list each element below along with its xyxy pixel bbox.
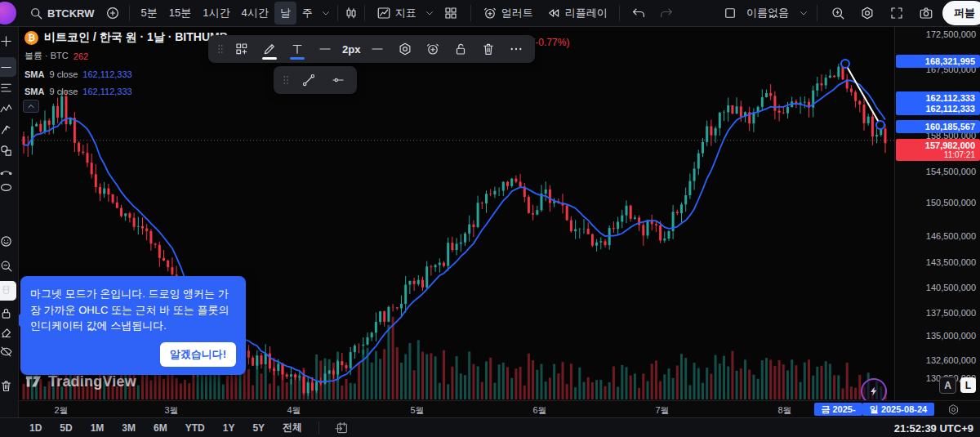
fib-icon [0,81,13,95]
range-button-YTD[interactable]: YTD [184,421,207,435]
compare-add-icon[interactable] [105,6,120,20]
add-alert-button[interactable] [421,37,445,61]
range-button-1M[interactable]: 1M [89,421,106,435]
sidebar-tool-trendline[interactable] [0,57,16,77]
price-tick: 140,500,000 [926,283,976,292]
sidebar-tool-trash[interactable] [0,376,16,395]
sma-label[interactable]: SMA [24,69,44,79]
rewind-icon [546,6,561,20]
timeframe-button-5분[interactable]: 5분 [136,2,163,25]
more-options-button[interactable] [504,37,528,61]
symbol-title[interactable]: 비트코인 / 한국 원 · 1날 · BITHUMB [44,30,228,45]
sidebar-tool-shapes[interactable] [0,140,16,160]
sidebar-tool-pattern[interactable] [0,99,16,118]
timeframe-button-4시간[interactable]: 4시간 [235,2,274,25]
timeframe-button-1시간[interactable]: 1시간 [197,2,235,25]
pattern-icon [0,102,13,116]
price-tick: 143,500,000 [926,257,976,267]
line-style-button[interactable] [365,37,390,61]
text-color-button[interactable] [285,37,310,61]
trendline-anchor-end [876,121,884,129]
replay-button[interactable]: 리플레이 [541,2,613,25]
indicators-button[interactable]: 지표 [371,2,422,25]
forecast-icon [0,123,13,136]
fullscreen-icon[interactable] [889,6,904,20]
unlock-icon [453,42,468,56]
sidebar-tool-forecast[interactable] [0,119,16,139]
lock-drawing-button[interactable] [448,37,473,61]
range-button-5Y[interactable]: 5Y [251,421,266,435]
ellipse-icon [0,181,13,194]
auto-scale-button[interactable]: A [939,377,956,394]
drag-handle-icon[interactable] [215,40,226,58]
range-button-1Y[interactable]: 1Y [221,421,237,435]
sma-params: 9 close [49,87,78,96]
eraser-icon [0,325,13,339]
snapshot-camera-icon[interactable] [919,6,933,20]
drag-handle-icon[interactable] [280,71,292,89]
timeframe-expand-icon[interactable] [320,7,332,19]
volume-legend-label[interactable]: 볼륨 · BTC [24,50,69,62]
indicator-templates-icon[interactable] [443,6,458,20]
line-color-button[interactable] [257,37,282,61]
sidebar-tool-ellipse[interactable] [0,177,16,197]
line-width-button[interactable] [313,37,337,61]
clock-label[interactable]: 21:52:39 UTC+9 [894,418,973,437]
timeframe-button-15분[interactable]: 15분 [163,2,197,25]
quick-search-icon[interactable] [831,6,845,20]
timeframe-button-주[interactable]: 주 [296,2,318,25]
sidebar-tool-zoom[interactable] [0,256,16,275]
sma-label[interactable]: SMA [24,87,44,96]
alert-button[interactable]: 얼러트 [477,2,539,25]
layout-name-button[interactable]: 이름없음 [741,2,795,25]
legend-collapse-button[interactable] [23,100,39,113]
redo-icon[interactable] [659,6,674,20]
horizontal-ray-tool-button[interactable] [326,68,350,92]
last-price-badge: 157,982,00011:07:21 [896,139,980,161]
tradingview-watermark: TradingView [24,372,136,390]
range-button-1D[interactable]: 1D [28,421,43,435]
anchor-date-badge: 금 2025- [814,403,862,416]
chart-type-icon[interactable] [344,6,359,20]
settings-icon[interactable] [860,6,875,20]
user-avatar[interactable] [0,2,16,25]
line-width-label[interactable]: 2px [341,43,362,56]
sidebar-tool-sticker[interactable] [0,231,16,251]
layout-select-icon[interactable] [723,6,737,20]
drawing-settings-button[interactable] [393,37,417,61]
chart-canvas[interactable]: ₿ 비트코인 / 한국 원 · 1날 · BITHUMB 볼륨 · BTC 26… [18,27,894,400]
sidebar-tool-magnet[interactable] [0,281,16,301]
month-tick: 5월 [410,404,424,417]
sidebar-tool-fib[interactable] [0,78,16,97]
range-button-전체[interactable]: 전체 [281,419,304,436]
layout-expand-icon[interactable] [798,7,809,19]
timeframe-button-날[interactable]: 날 [274,2,296,25]
sidebar-tool-hide[interactable] [0,341,16,361]
axis-settings-gear-icon[interactable] [947,404,960,416]
range-button-6M[interactable]: 6M [152,421,169,435]
template-button[interactable] [229,37,254,61]
sidebar-tool-eraser[interactable] [0,322,16,341]
publish-button[interactable]: 퍼블 [942,1,980,25]
indicators-expand-icon[interactable] [424,7,435,19]
tooltip-ok-button[interactable]: 알겠습니다! [160,342,236,367]
range-button-5D[interactable]: 5D [58,421,74,435]
sidebar-tool-lock[interactable] [0,303,16,323]
trendline-anchor-start [841,60,849,68]
alarm-plus-icon [425,42,440,56]
trend-line-tool-button[interactable] [296,68,321,92]
price-axis[interactable]: A L 172,500,000167,500,000158,500,000154… [894,27,980,400]
price-tick: 146,500,000 [926,231,976,241]
go-to-date-icon[interactable] [334,421,349,435]
log-scale-button[interactable]: L [960,377,976,393]
undo-icon[interactable] [631,6,646,20]
trash-icon [481,42,496,56]
symbol-search-button[interactable]: BTCKRW [23,2,100,25]
bottom-toolbar: 1D5D1M3M6MYTD1Y5Y전체 21:52:39 UTC+9 [0,417,980,437]
range-button-3M[interactable]: 3M [120,421,137,435]
delete-drawing-button[interactable] [476,37,501,61]
month-tick: 6월 [532,404,546,417]
time-axis[interactable]: 2월3월4월5월6월7월8월월금 2025-일 2025-08-24 [0,400,980,418]
magnet-mode-tooltip: 마그넷 모드가 온입니다. 드로잉 앵커는 가장 가까운 OHLC 또는 근처 … [20,276,246,375]
sidebar-tool-crosshair[interactable] [0,31,16,51]
